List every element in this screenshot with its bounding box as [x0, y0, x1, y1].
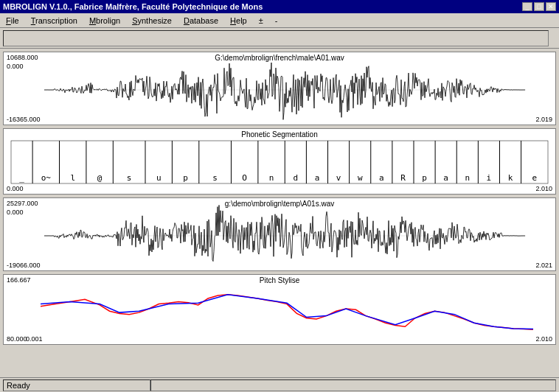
content-area: G:\demo\mbrolign\french\male\A01.wav 106… — [0, 49, 559, 377]
waveform-panel-1: G:\demo\mbrolign\french\male\A01.wav 106… — [3, 52, 556, 125]
toolbar-inner — [3, 30, 549, 46]
menu-help[interactable]: Help — [227, 15, 250, 26]
menu-plus-minus[interactable]: ± — [256, 15, 266, 26]
menu-synthesize[interactable]: Synthesize — [129, 15, 175, 26]
minimize-button[interactable]: _ — [522, 2, 532, 11]
pitch-canvas — [4, 275, 555, 344]
menu-database[interactable]: Database — [181, 15, 221, 26]
waveform1-canvas — [4, 52, 555, 125]
maximize-button[interactable]: □ — [534, 2, 544, 11]
phonetic-canvas — [4, 129, 555, 194]
toolbar — [0, 28, 559, 49]
menu-minus[interactable]: - — [272, 15, 281, 26]
status-text: Ready — [3, 379, 150, 391]
menu-mbrolign[interactable]: Mbrolign — [86, 15, 123, 26]
status-bar: Ready — [0, 377, 559, 392]
phonetic-panel: Phonetic Segmentation 0.000 2.010 — [3, 128, 556, 195]
waveform2-canvas — [4, 198, 555, 270]
status-extra — [150, 379, 556, 391]
menu-bar: File Transcription Mbrolign Synthesize D… — [0, 13, 559, 28]
window-title: MBROLIGN V.1.0., Fabrice Malfrère, Facul… — [3, 2, 263, 11]
menu-file[interactable]: File — [3, 15, 22, 26]
close-button[interactable]: ✕ — [546, 2, 556, 11]
window-controls: _ □ ✕ — [522, 2, 556, 11]
menu-transcription[interactable]: Transcription — [28, 15, 80, 26]
title-bar: MBROLIGN V.1.0., Fabrice Malfrère, Facul… — [0, 0, 559, 13]
waveform-panel-2: g:\demo\mbrolign\temp\A01s.wav 25297.000… — [3, 197, 556, 271]
pitch-panel: Pitch Stylise 166.667 80.000 0.001 2.010 — [3, 274, 556, 345]
